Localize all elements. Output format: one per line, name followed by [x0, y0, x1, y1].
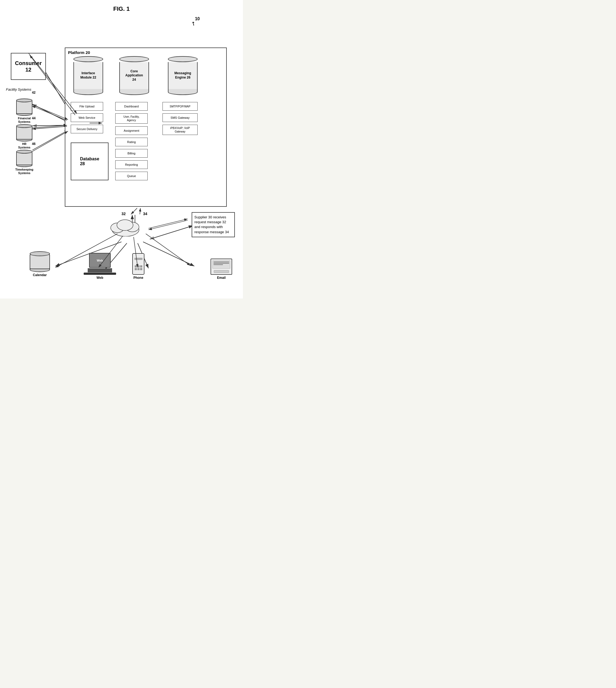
web-base — [88, 268, 112, 272]
web-screen: Web — [89, 253, 111, 268]
svg-line-5 — [32, 104, 69, 123]
fig-title: FIG. 1 — [5, 5, 238, 13]
email-device: Email — [211, 259, 232, 280]
facility-systems-label: Facility Systems — [6, 87, 31, 91]
consumer-box: Consumer 12 — [11, 53, 46, 80]
rating-box: Rating — [115, 138, 148, 146]
interface-module-cylinder: InterfaceModule 22 — [73, 56, 103, 95]
cyl-top — [16, 124, 32, 128]
phone-label: Phone — [133, 276, 143, 280]
svg-line-36 — [32, 126, 67, 129]
svg-line-34 — [32, 106, 67, 120]
messaging-engine-cylinder: MessagingEngine 26 — [168, 56, 198, 95]
cyl-top — [16, 98, 32, 102]
bottom-cloud — [109, 215, 142, 238]
supplier-text: Supplier 30 receives request message 32 … — [194, 215, 229, 234]
page: FIG. 1 10 ➘ — [0, 0, 243, 298]
email-body — [211, 259, 232, 275]
calendar-label: Calendar — [33, 273, 47, 277]
cyl-body — [16, 101, 32, 114]
svg-line-20 — [150, 226, 193, 239]
svg-line-40 — [140, 208, 140, 214]
ref-46: 46 — [32, 142, 35, 146]
database-box: Database28 — [71, 142, 109, 180]
big-cyl-bottom — [119, 89, 149, 95]
calendar-cylinder: Calendar — [30, 251, 50, 277]
file-upload-box: File Upload — [71, 102, 103, 111]
big-cyl-body: MessagingEngine 26 — [168, 62, 198, 89]
big-cyl-bottom — [168, 89, 198, 95]
svg-line-44 — [146, 234, 190, 266]
platform-label: Platform 20 — [68, 50, 90, 55]
dashboard-box: Dashboard — [115, 102, 148, 111]
ipbx-voip-box: iPBX/VoIP; VoIPGateway — [162, 125, 198, 135]
consumer-label: Consumer 12 — [15, 60, 42, 73]
big-cyl-top — [73, 56, 103, 62]
svg-line-19 — [150, 226, 193, 239]
platform-box: Platform 20 InterfaceModule 22 CoreAppli… — [65, 47, 227, 207]
timekeeping-label: TimekeepingSystems — [14, 168, 35, 175]
smtp-box: SMTP/POP/WAP — [162, 102, 198, 111]
consumer-text: Consumer — [15, 60, 42, 66]
reporting-box: Reporting — [115, 160, 148, 169]
timekeeping-systems-cylinder: 46 TimekeepingSystems — [14, 146, 35, 175]
svg-line-6 — [32, 104, 69, 123]
svg-line-45 — [149, 219, 188, 228]
svg-line-9 — [32, 130, 69, 150]
queue-box: Queue — [115, 172, 148, 180]
main-diagram: Consumer 12 Facility Systems 42 Financia… — [5, 37, 238, 293]
cyl-top — [16, 150, 32, 154]
big-cyl-top — [168, 56, 198, 62]
big-cyl-body: InterfaceModule 22 — [73, 62, 103, 89]
big-cyl-body: CoreApplication24 — [119, 62, 149, 89]
svg-line-46 — [149, 220, 188, 230]
big-cyl-top — [119, 56, 149, 62]
consumer-number: 12 — [25, 67, 31, 73]
web-service-box: Web Service — [71, 113, 103, 122]
ref-10: 10 — [195, 17, 200, 21]
svg-line-33 — [32, 105, 68, 119]
ref-42: 42 — [32, 91, 35, 94]
billing-box: Billing — [115, 149, 148, 158]
email-page2 — [211, 259, 232, 274]
phone-keypad — [135, 265, 142, 270]
core-application-cylinder: CoreApplication24 — [119, 56, 149, 95]
svg-line-35 — [32, 125, 67, 128]
svg-line-7 — [32, 125, 68, 126]
svg-line-39 — [131, 208, 137, 214]
cyl-body — [16, 126, 32, 139]
sms-gateway-box: SMS Gateway — [162, 113, 198, 122]
svg-line-8 — [32, 125, 68, 126]
email-label: Email — [217, 276, 226, 280]
phone-screen — [134, 258, 142, 260]
assignment-box: Assignment — [115, 126, 148, 135]
ref-44: 44 — [32, 116, 35, 120]
supplier-box: Supplier 30 receives request message 32 … — [192, 212, 235, 237]
cyl-body — [30, 254, 50, 269]
ref-34: 34 — [143, 212, 147, 216]
web-stand — [84, 273, 116, 275]
secure-delivery-box: Secure Delivery — [71, 125, 103, 133]
cyl-top — [30, 251, 50, 256]
user-facility-agency-box: User, Facility,Agency — [115, 113, 148, 124]
web-label: Web — [96, 276, 103, 280]
big-cyl-bottom — [73, 89, 103, 95]
svg-line-37 — [32, 131, 68, 151]
svg-point-28 — [117, 220, 133, 230]
web-terminal: Web Web — [84, 253, 116, 280]
phone-body — [132, 253, 145, 275]
phone-device: Phone — [132, 253, 145, 280]
cyl-body — [16, 152, 32, 165]
svg-line-18 — [143, 242, 194, 266]
